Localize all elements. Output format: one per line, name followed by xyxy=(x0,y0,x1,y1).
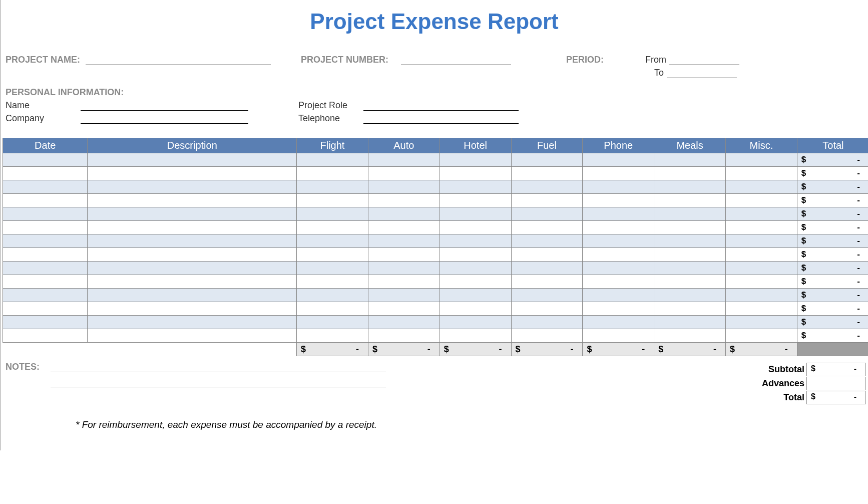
cell[interactable] xyxy=(3,180,88,194)
cell[interactable] xyxy=(583,234,654,248)
cell[interactable] xyxy=(726,221,797,234)
notes-line-1[interactable] xyxy=(51,360,386,372)
cell[interactable] xyxy=(88,207,297,221)
cell[interactable] xyxy=(583,207,654,221)
cell[interactable] xyxy=(368,275,440,289)
cell[interactable] xyxy=(654,262,726,275)
cell[interactable] xyxy=(726,180,797,194)
advances-value[interactable] xyxy=(806,377,866,390)
cell[interactable] xyxy=(88,194,297,207)
cell[interactable] xyxy=(726,167,797,180)
cell[interactable] xyxy=(88,180,297,194)
project-number-input[interactable] xyxy=(401,54,511,65)
cell[interactable] xyxy=(511,262,583,275)
cell[interactable] xyxy=(654,167,726,180)
cell[interactable] xyxy=(88,302,297,316)
cell[interactable] xyxy=(3,167,88,180)
cell[interactable] xyxy=(583,153,654,167)
cell[interactable] xyxy=(368,316,440,329)
cell[interactable] xyxy=(440,329,511,343)
cell[interactable] xyxy=(440,207,511,221)
cell[interactable] xyxy=(368,248,440,262)
cell[interactable] xyxy=(440,262,511,275)
cell[interactable] xyxy=(297,221,368,234)
cell[interactable] xyxy=(726,262,797,275)
cell[interactable] xyxy=(440,221,511,234)
cell[interactable] xyxy=(368,221,440,234)
cell[interactable] xyxy=(297,248,368,262)
cell[interactable] xyxy=(583,275,654,289)
cell[interactable] xyxy=(88,248,297,262)
cell[interactable] xyxy=(583,248,654,262)
cell[interactable] xyxy=(583,221,654,234)
cell[interactable] xyxy=(511,316,583,329)
cell[interactable] xyxy=(3,329,88,343)
cell[interactable] xyxy=(368,180,440,194)
cell[interactable] xyxy=(368,207,440,221)
cell[interactable] xyxy=(88,316,297,329)
cell[interactable] xyxy=(511,329,583,343)
cell[interactable] xyxy=(297,329,368,343)
cell[interactable] xyxy=(297,194,368,207)
cell[interactable] xyxy=(440,316,511,329)
cell[interactable] xyxy=(297,316,368,329)
cell[interactable] xyxy=(511,167,583,180)
cell[interactable] xyxy=(654,207,726,221)
cell[interactable] xyxy=(583,329,654,343)
cell[interactable] xyxy=(368,194,440,207)
cell[interactable] xyxy=(3,248,88,262)
cell[interactable] xyxy=(88,234,297,248)
cell[interactable] xyxy=(726,302,797,316)
cell[interactable] xyxy=(88,167,297,180)
cell[interactable] xyxy=(654,194,726,207)
cell[interactable] xyxy=(654,302,726,316)
cell[interactable] xyxy=(726,153,797,167)
project-name-input[interactable] xyxy=(86,54,271,65)
cell[interactable] xyxy=(368,302,440,316)
cell[interactable] xyxy=(726,316,797,329)
cell[interactable] xyxy=(440,302,511,316)
cell[interactable] xyxy=(726,248,797,262)
cell[interactable] xyxy=(297,262,368,275)
cell[interactable] xyxy=(88,153,297,167)
cell[interactable] xyxy=(88,289,297,302)
cell[interactable] xyxy=(440,167,511,180)
cell[interactable] xyxy=(3,302,88,316)
cell[interactable] xyxy=(511,207,583,221)
company-input[interactable] xyxy=(81,113,248,124)
cell[interactable] xyxy=(511,275,583,289)
cell[interactable] xyxy=(654,329,726,343)
cell[interactable] xyxy=(297,153,368,167)
cell[interactable] xyxy=(3,289,88,302)
cell[interactable] xyxy=(511,180,583,194)
cell[interactable] xyxy=(3,194,88,207)
cell[interactable] xyxy=(3,275,88,289)
cell[interactable] xyxy=(654,180,726,194)
cell[interactable] xyxy=(3,221,88,234)
cell[interactable] xyxy=(88,329,297,343)
cell[interactable] xyxy=(297,289,368,302)
cell[interactable] xyxy=(511,221,583,234)
cell[interactable] xyxy=(88,262,297,275)
period-from-input[interactable] xyxy=(669,54,739,65)
project-role-input[interactable] xyxy=(363,100,519,111)
cell[interactable] xyxy=(297,302,368,316)
cell[interactable] xyxy=(88,221,297,234)
cell[interactable] xyxy=(583,180,654,194)
cell[interactable] xyxy=(440,275,511,289)
cell[interactable] xyxy=(297,207,368,221)
cell[interactable] xyxy=(583,289,654,302)
cell[interactable] xyxy=(583,194,654,207)
cell[interactable] xyxy=(511,302,583,316)
cell[interactable] xyxy=(3,234,88,248)
cell[interactable] xyxy=(726,234,797,248)
cell[interactable] xyxy=(368,234,440,248)
cell[interactable] xyxy=(297,275,368,289)
cell[interactable] xyxy=(726,207,797,221)
cell[interactable] xyxy=(368,289,440,302)
cell[interactable] xyxy=(440,180,511,194)
cell[interactable] xyxy=(440,289,511,302)
cell[interactable] xyxy=(3,316,88,329)
cell[interactable] xyxy=(583,262,654,275)
cell[interactable] xyxy=(368,167,440,180)
